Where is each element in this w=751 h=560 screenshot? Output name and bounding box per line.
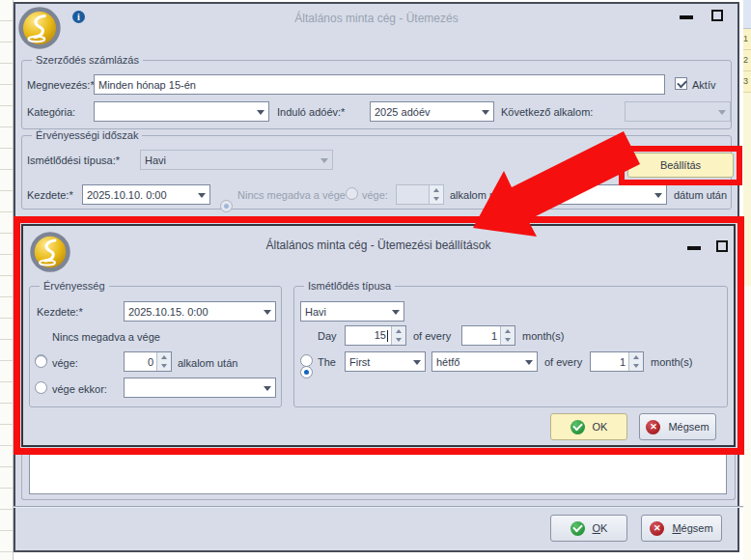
- inner-start-label: Kezdete:*: [37, 305, 83, 319]
- inner-cancel-button[interactable]: ✕ Mégsem: [639, 413, 716, 440]
- end-by-date-radio[interactable]: [521, 187, 534, 200]
- inner-end-after-radio[interactable]: [35, 355, 47, 368]
- of-every-label: of every: [413, 329, 451, 343]
- category-dropdown[interactable]: [94, 101, 269, 122]
- day-month-spinner[interactable]: 1: [461, 325, 515, 346]
- end-date-dropdown[interactable]: [545, 184, 667, 205]
- spinner-down-icon: [430, 195, 443, 205]
- dropdown-arrow-icon[interactable]: [521, 352, 537, 371]
- inner-end-at-radio[interactable]: [35, 381, 47, 394]
- inner-start-date-value: 2025.10.15. 0:00: [128, 306, 209, 318]
- inner-ok-button[interactable]: OK: [550, 413, 627, 440]
- contract-group-legend: Szerződés számlázás: [32, 54, 143, 66]
- active-label: Aktív: [692, 78, 715, 92]
- spinner-down-icon[interactable]: [157, 362, 171, 372]
- inner-end-count-spinner[interactable]: 0: [124, 351, 172, 372]
- tax-year-dropdown[interactable]: 2025 adóév: [370, 101, 494, 122]
- end-after-radio: [346, 187, 358, 200]
- start-label: Kezdete:*: [27, 188, 73, 202]
- day-month-value: 1: [462, 330, 500, 342]
- dropdown-arrow-icon[interactable]: [388, 302, 403, 321]
- day-value: 15: [346, 329, 391, 342]
- tax-year-value: 2025 adóév: [375, 106, 431, 118]
- cancel-icon: ✕: [650, 521, 664, 536]
- inner-validity-legend: Érvényesség: [40, 280, 109, 292]
- dropdown-arrow-icon[interactable]: [478, 102, 493, 121]
- dropdown-arrow-icon[interactable]: [253, 102, 268, 121]
- background-row-number: 2: [743, 50, 751, 71]
- highlight-box-settings: [619, 146, 742, 185]
- background-row-number: 3: [743, 71, 751, 93]
- minimize-icon[interactable]: [687, 246, 701, 250]
- ok-button[interactable]: OK: [550, 515, 627, 542]
- repeat-type-value: Havi: [145, 154, 166, 166]
- inner-recurrence-legend: Ismétlődés típusa: [304, 280, 395, 292]
- the-radio[interactable]: [300, 354, 313, 367]
- separator: [14, 506, 743, 508]
- months-label: month(s): [651, 355, 692, 369]
- inner-dialog-title: Általános minta cég - Ütemezési beállítá…: [21, 238, 736, 252]
- outer-dialog-title: Általános minta cég - Ütemezés: [14, 12, 739, 25]
- dropdown-arrow-icon[interactable]: [260, 378, 275, 397]
- cancel-button-label: Mégsem: [672, 522, 712, 534]
- start-date-value: 2025.10.10. 0:00: [87, 189, 167, 201]
- inner-cancel-label: Mégsem: [668, 421, 709, 433]
- after-occasions-label: alkalom után: [450, 188, 510, 202]
- dropdown-arrow-icon[interactable]: [260, 302, 275, 321]
- weekday-dropdown[interactable]: hétfő: [431, 351, 538, 372]
- next-occasion-dropdown: [625, 101, 731, 122]
- ordinal-dropdown[interactable]: First: [345, 351, 426, 372]
- ok-icon: [570, 521, 585, 536]
- notes-textarea[interactable]: [29, 455, 727, 494]
- no-end-radio: [220, 200, 233, 212]
- dropdown-arrow-icon[interactable]: [651, 185, 666, 204]
- recurrence-type-value: Havi: [305, 306, 326, 318]
- spinner-down-icon[interactable]: [629, 362, 643, 372]
- maximize-icon[interactable]: [711, 10, 723, 21]
- spinner-up-icon[interactable]: [157, 352, 171, 362]
- day-spinner[interactable]: 15: [345, 325, 406, 346]
- day-label: Day: [318, 329, 337, 343]
- tax-year-label: Induló adóév:*: [277, 105, 345, 119]
- minimize-icon[interactable]: [680, 15, 693, 19]
- dropdown-arrow-icon[interactable]: [409, 352, 425, 371]
- end-count-spinner: [396, 184, 444, 205]
- dropdown-arrow-icon[interactable]: [194, 185, 209, 204]
- weekday-value: hétfő: [436, 356, 459, 368]
- inner-start-date-dropdown[interactable]: 2025.10.15. 0:00: [124, 301, 276, 322]
- spinner-down-icon[interactable]: [501, 336, 515, 346]
- background-cell: [743, 0, 751, 29]
- inner-end-at-label: vége ekkor:: [52, 382, 107, 396]
- spinner-down-icon[interactable]: [392, 336, 405, 346]
- inner-no-end-label: Nincs megadva a vége: [52, 330, 160, 344]
- app-logo-icon: [29, 231, 71, 273]
- spinner-up-icon[interactable]: [629, 352, 643, 362]
- inner-end-count-value: 0: [125, 356, 156, 368]
- inner-end-at-dropdown[interactable]: [124, 378, 276, 398]
- validity-group-legend: Érvényességi időszak: [32, 129, 142, 141]
- name-input-value: Minden hónap 15-én: [98, 79, 196, 91]
- repeat-type-label: Ismétlődési típusa:*: [27, 154, 120, 167]
- inner-ok-label: OK: [593, 421, 608, 433]
- spinner-up-icon[interactable]: [392, 326, 405, 336]
- ok-icon: [570, 420, 585, 434]
- week-month-value: 1: [591, 356, 628, 368]
- background-row-number: 1: [743, 29, 751, 50]
- day-radio[interactable]: [300, 366, 313, 378]
- text-caret: [387, 330, 388, 342]
- active-checkbox[interactable]: [675, 77, 687, 90]
- ordinal-value: First: [349, 356, 370, 368]
- of-every-label: of every: [544, 355, 582, 369]
- background-spreadsheet-left: [0, 0, 14, 560]
- recurrence-type-dropdown[interactable]: Havi: [300, 301, 404, 322]
- dropdown-arrow-icon: [714, 102, 730, 121]
- no-end-label: Nincs megadva a vége: [237, 188, 346, 202]
- week-month-spinner[interactable]: 1: [590, 351, 644, 372]
- start-date-dropdown[interactable]: 2025.10.10. 0:00: [82, 184, 210, 205]
- end-label: vége:: [362, 188, 388, 202]
- cancel-button[interactable]: ✕ Mégsem: [641, 515, 722, 542]
- dropdown-arrow-icon: [317, 151, 332, 169]
- spinner-up-icon[interactable]: [501, 326, 515, 336]
- maximize-icon[interactable]: [716, 240, 728, 252]
- name-input[interactable]: Minden hónap 15-én: [94, 74, 665, 95]
